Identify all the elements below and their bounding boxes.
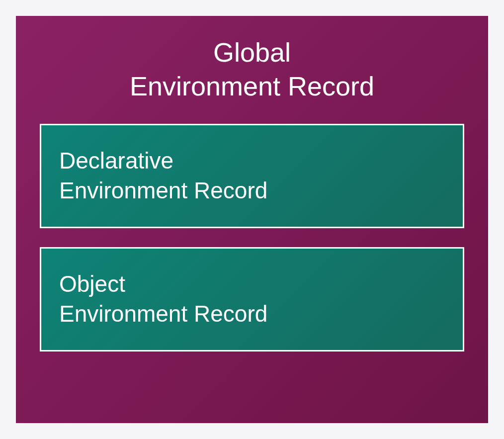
global-title: Global Environment Record bbox=[40, 36, 464, 103]
object-environment-record-box: Object Environment Record bbox=[40, 247, 464, 351]
global-title-line1: Global bbox=[213, 37, 291, 67]
object-label-line2: Environment Record bbox=[59, 301, 267, 327]
object-label: Object Environment Record bbox=[59, 269, 267, 329]
object-label-line1: Object bbox=[59, 271, 125, 297]
declarative-label-line1: Declarative bbox=[59, 148, 173, 174]
declarative-label: Declarative Environment Record bbox=[59, 146, 267, 206]
declarative-environment-record-box: Declarative Environment Record bbox=[40, 124, 464, 228]
declarative-label-line2: Environment Record bbox=[59, 177, 267, 203]
global-title-line2: Environment Record bbox=[130, 71, 374, 101]
global-environment-record-container: Global Environment Record Declarative En… bbox=[16, 16, 488, 423]
